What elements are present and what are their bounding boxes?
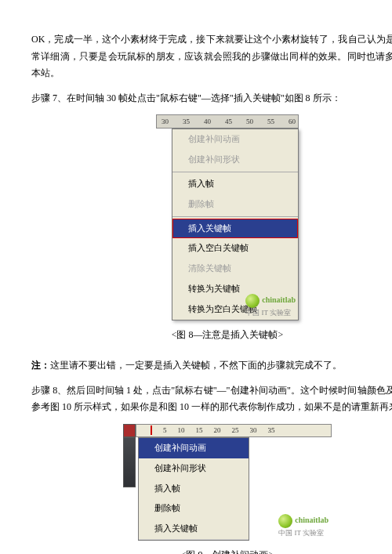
menu-item-create-tween: 创建补间动画	[139, 438, 249, 458]
menu-item: 清除关键帧	[172, 259, 298, 279]
caption-9: <图 9—创建补间动画>	[31, 547, 392, 554]
note-label: 注：	[31, 360, 50, 371]
menu-item: 删除帧	[172, 194, 298, 215]
figure-9: 5 10 15 20 25 30 35 创建补间动画 创建补间形状 插入帧 删除…	[31, 424, 392, 541]
menu-separator	[172, 216, 298, 217]
layer-panel	[123, 437, 136, 487]
menu-item: 创建补间形状	[172, 150, 298, 170]
timeline-ruler: 30 35 40 45 50 55 60	[156, 114, 299, 129]
figure-8: 30 35 40 45 50 55 60 创建补间动画 创建补间形状 插入帧 删…	[31, 114, 392, 320]
step-7: 步骤 7、在时间轴 30 帧处点击"鼠标右键"—选择"插入关键帧"如图 8 所示…	[31, 90, 392, 107]
menu-item: 删除帧	[139, 498, 249, 519]
menu-item: 插入帧	[139, 479, 249, 499]
menu-item: 创建补间动画	[172, 129, 298, 150]
menu-item: 创建补间形状	[139, 458, 249, 479]
menu-item: 插入空白关键帧	[172, 238, 298, 259]
timeline-ruler-9: 5 10 15 20 25 30 35	[136, 424, 332, 437]
menu-item: 插入关键帧	[139, 519, 249, 540]
layer-toggle-icon	[123, 424, 136, 437]
menu-item-insert-keyframe: 插入关键帧	[172, 219, 298, 239]
menu-item: 转换为关键帧	[172, 279, 298, 299]
caption-8: <图 8—注意是插入关键帧>	[31, 327, 392, 344]
paragraph-intro: OK，完成一半，这个小素材终于完成，接下来就要让这个小素材旋转了，我自己认为是写…	[31, 31, 392, 82]
step-8: 步骤 8、然后回时间轴 1 处，点击"鼠标右键"—"创建补间动画"。这个时候时间…	[31, 382, 392, 416]
note-text: 这里请不要出错，一定要是插入关键帧，不然下面的步骤就完成不了。	[50, 360, 342, 371]
context-menu: 创建补间动画 创建补间形状 插入帧 删除帧 插入关键帧 插入空白关键帧 清除关键…	[172, 129, 299, 320]
menu-item: 转换为空白关键帧	[172, 299, 298, 320]
menu-separator	[172, 172, 298, 172]
menu-item: 插入帧	[172, 174, 298, 194]
context-menu-9: 创建补间动画 创建补间形状 插入帧 删除帧 插入关键帧	[138, 437, 249, 541]
playhead-icon	[151, 425, 152, 435]
note: 注：这里请不要出错，一定要是插入关键帧，不然下面的步骤就完成不了。	[31, 357, 392, 375]
